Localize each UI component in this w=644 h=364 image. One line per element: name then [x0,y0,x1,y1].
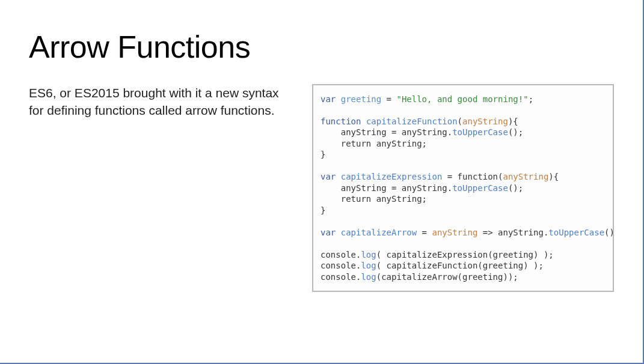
code-token: (); [604,228,614,237]
code-token: toUpperCase [548,228,604,237]
code-token: = function( [442,172,503,181]
slide-description: ES6, or ES2015 brought with it a new syn… [29,84,290,120]
code-token: var [320,228,336,237]
code-token: console. [320,272,361,282]
code-token: capitalizeArrow [341,228,417,237]
code-token: (); [508,183,523,193]
code-token: console. [320,261,361,270]
slide-title: Arrow Functions [29,29,614,65]
code-token: greeting [341,94,381,104]
code-token: return anyString; [320,139,427,148]
code-token: anyString [462,117,508,126]
code-token: var [320,172,336,181]
code-token: log [361,250,376,259]
code-token: capitalizeFunction [366,117,458,126]
code-token: console. [320,250,361,259]
code-token: ( [458,117,462,126]
code-token: (); [508,127,523,137]
code-token: anyString [503,172,548,181]
code-token: log [361,272,376,282]
code-token: capitalizeExpression [341,172,443,181]
code-token: return anyString; [320,194,427,204]
code-token: } [320,205,325,215]
code-token: log [361,261,376,270]
code-token: ){ [548,172,559,181]
code-token: ){ [508,117,518,126]
code-token: = [417,228,432,237]
code-token: function [320,117,361,126]
code-token: => anyString. [477,228,548,237]
code-token: "Hello, and good morning!" [396,94,528,104]
code-token: toUpperCase [452,127,508,137]
code-token: = [381,94,396,104]
code-token: } [320,150,325,159]
code-token: ( capitalizeFunction(greeting) ); [376,261,544,270]
code-token: ( capitalizeExpression(greeting) ); [376,250,554,259]
code-token: var [320,94,336,104]
code-token: toUpperCase [452,183,508,193]
code-token: anyString = anyString. [320,183,452,193]
code-block: var greeting = "Hello, and good morning!… [312,84,614,292]
code-token: anyString [432,228,477,237]
code-token: anyString = anyString. [320,127,452,137]
code-token: ; [529,94,533,104]
code-token: (capitalizeArrow(greeting)); [376,272,518,282]
content-row: ES6, or ES2015 brought with it a new syn… [29,84,614,292]
